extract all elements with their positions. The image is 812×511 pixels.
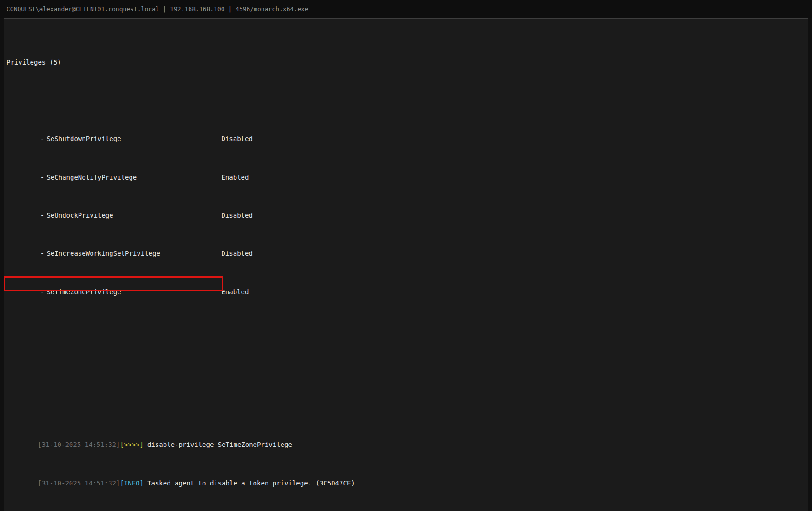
privilege-status: Enabled xyxy=(221,174,249,181)
privileges-header: Privileges (5) xyxy=(7,58,808,67)
privilege-name: SeUndockPrivilege xyxy=(46,211,221,220)
privilege-status: Enabled xyxy=(221,288,249,296)
timestamp: [31-10-2025 14:51:32] xyxy=(38,441,120,448)
log-message: disable-privilege SeTimeZonePrivilege xyxy=(147,441,292,448)
privilege-status: Disabled xyxy=(221,135,252,142)
privilege-name: SeShutdownPrivilege xyxy=(46,134,221,144)
spacer xyxy=(7,335,808,354)
bullet-dash: - xyxy=(38,249,46,259)
session-titlebar: CONQUEST\alexander@CLIENT01.conquest.loc… xyxy=(0,0,812,18)
session-info: CONQUEST\alexander@CLIENT01.conquest.loc… xyxy=(7,6,308,13)
console-output[interactable]: Privileges (5) -SeShutdownPrivilegeDisab… xyxy=(4,18,808,511)
privileges-list-before: -SeShutdownPrivilegeDisabled -SeChangeNo… xyxy=(7,86,808,306)
bullet-dash: - xyxy=(38,287,46,297)
bullet-dash: - xyxy=(38,134,46,144)
privilege-status: Disabled xyxy=(221,212,252,219)
log-tag: [INFO] xyxy=(120,479,144,487)
bullet-dash: - xyxy=(38,211,46,220)
privilege-row: -SeShutdownPrivilegeDisabled xyxy=(7,125,808,135)
log-line: [31-10-2025 14:51:34][INFO]124 bytes sen… xyxy=(7,507,808,511)
privilege-name: SeChangeNotifyPrivilege xyxy=(46,173,221,182)
privilege-row: -SeIncreaseWorkingSetPrivilegeDisabled xyxy=(7,239,808,249)
log-message: Tasked agent to disable a token privileg… xyxy=(147,479,355,487)
timestamp: [31-10-2025 14:51:32] xyxy=(38,479,120,487)
log-block-disable-privilege: [31-10-2025 14:51:32][>>>>]disable-privi… xyxy=(7,392,808,511)
log-line: [31-10-2025 14:51:32][INFO]Tasked agent … xyxy=(7,469,808,479)
log-tag: [>>>>] xyxy=(120,441,144,448)
privilege-row: -SeChangeNotifyPrivilegeEnabled xyxy=(7,163,808,173)
bullet-dash: - xyxy=(38,173,46,182)
privilege-status: Disabled xyxy=(221,250,252,257)
privilege-name: SeTimeZonePrivilege xyxy=(46,287,221,297)
log-line: [31-10-2025 14:51:32][>>>>]disable-privi… xyxy=(7,431,808,440)
privilege-name: SeIncreaseWorkingSetPrivilege xyxy=(46,249,221,259)
privilege-row: -SeUndockPrivilegeDisabled xyxy=(7,201,808,211)
privilege-row: -SeTimeZonePrivilegeEnabled xyxy=(7,278,808,287)
